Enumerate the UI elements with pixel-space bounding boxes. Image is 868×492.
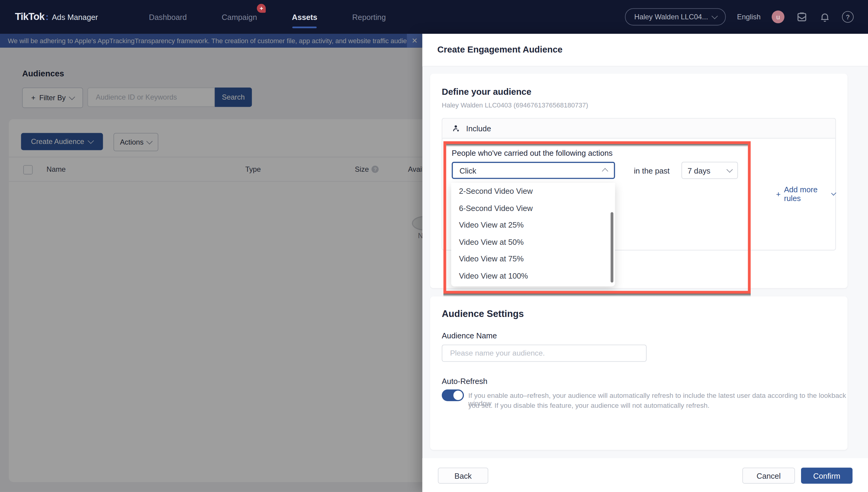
timeframe-select-value: 7 days bbox=[688, 166, 711, 175]
chevron-down-icon bbox=[831, 191, 836, 196]
dropdown-option-video-view-75[interactable]: Video View at 75% bbox=[451, 250, 615, 267]
action-select-dropdown: 2-Second Video View 6-Second Video View … bbox=[451, 183, 615, 287]
timeframe-prefix-label: in the past bbox=[634, 166, 670, 175]
add-more-rules-label: Add more rules bbox=[784, 185, 828, 203]
dropdown-option-2-second-video-view[interactable]: 2-Second Video View bbox=[451, 183, 615, 200]
chevron-up-icon bbox=[602, 168, 608, 174]
nav-items: Dashboard Campaign + Assets Reporting bbox=[149, 9, 386, 24]
nav-item-reporting[interactable]: Reporting bbox=[352, 9, 386, 24]
audience-name-field bbox=[442, 345, 647, 362]
language-selector[interactable]: English bbox=[737, 13, 761, 21]
dropdown-option-video-view-50[interactable]: Video View at 50% bbox=[451, 233, 615, 250]
nav-item-campaign-label: Campaign bbox=[222, 13, 257, 21]
tiktok-logo-note-icon: : bbox=[46, 12, 49, 22]
advertiser-account-line: Haley Walden LLC0403 (694676137656818073… bbox=[442, 101, 588, 109]
chevron-down-icon bbox=[727, 166, 733, 173]
action-select[interactable]: Click bbox=[452, 162, 615, 179]
dropdown-option-video-view-25[interactable]: Video View at 25% bbox=[451, 217, 615, 233]
add-more-rules-link[interactable]: + Add more rules bbox=[776, 185, 835, 203]
campaign-plus-badge-icon: + bbox=[257, 4, 266, 13]
drawer-header: Create Engagement Audience bbox=[422, 34, 868, 67]
audience-settings-card: Audience Settings Audience Name Auto-Ref… bbox=[430, 296, 847, 450]
nav-item-campaign[interactable]: Campaign + bbox=[222, 9, 257, 24]
action-select-value: Click bbox=[459, 166, 476, 175]
chevron-down-icon bbox=[711, 13, 718, 19]
confirm-button[interactable]: Confirm bbox=[801, 468, 852, 484]
nav-item-dashboard[interactable]: Dashboard bbox=[149, 9, 187, 24]
dropdown-option-6-second-video-view[interactable]: 6-Second Video View bbox=[451, 200, 615, 217]
top-nav: TikTok : Ads Manager Dashboard Campaign … bbox=[0, 0, 868, 34]
include-header-bar: Include bbox=[443, 119, 836, 139]
audience-name-label: Audience Name bbox=[442, 331, 497, 340]
person-add-icon bbox=[452, 124, 461, 132]
nav-item-assets[interactable]: Assets bbox=[292, 9, 317, 24]
toggle-knob bbox=[453, 391, 463, 400]
nav-right: Haley Walden LLC04... English u ? bbox=[625, 8, 853, 26]
timeframe-select[interactable]: 7 days bbox=[682, 162, 738, 179]
tiktok-logo[interactable]: TikTok : Ads Manager bbox=[15, 11, 98, 23]
audience-settings-heading: Audience Settings bbox=[442, 309, 524, 320]
cancel-button[interactable]: Cancel bbox=[742, 468, 795, 484]
account-selector[interactable]: Haley Walden LLC04... bbox=[625, 8, 726, 26]
mail-icon[interactable] bbox=[796, 11, 808, 23]
rule-question-label: People who've carried out the following … bbox=[452, 148, 612, 157]
screen: TikTok : Ads Manager Dashboard Campaign … bbox=[0, 0, 868, 492]
drawer-footer: Back Cancel Confirm bbox=[422, 458, 868, 492]
include-label: Include bbox=[466, 124, 491, 132]
account-name: Haley Walden LLC04... bbox=[634, 13, 708, 21]
auto-refresh-label: Auto-Refresh bbox=[442, 377, 488, 386]
dropdown-option-video-view-100[interactable]: Video View at 100% bbox=[451, 267, 615, 284]
drawer-title: Create Engagement Audience bbox=[437, 45, 562, 55]
auto-refresh-helper-line2: you set. If you disable this feature, yo… bbox=[468, 402, 710, 410]
back-button[interactable]: Back bbox=[438, 468, 488, 484]
notifications-bell-icon[interactable] bbox=[819, 11, 831, 23]
define-audience-heading: Define your audience bbox=[442, 87, 531, 97]
product-name: Ads Manager bbox=[52, 13, 98, 21]
auto-refresh-toggle[interactable] bbox=[442, 389, 464, 401]
dropdown-scrollbar-thumb[interactable] bbox=[611, 212, 613, 282]
audience-name-input[interactable] bbox=[449, 349, 639, 358]
add-more-rules-plus-icon: + bbox=[776, 190, 781, 198]
help-icon[interactable]: ? bbox=[842, 11, 854, 23]
avatar[interactable]: u bbox=[772, 10, 785, 23]
tiktok-logo-text: TikTok bbox=[15, 11, 45, 23]
